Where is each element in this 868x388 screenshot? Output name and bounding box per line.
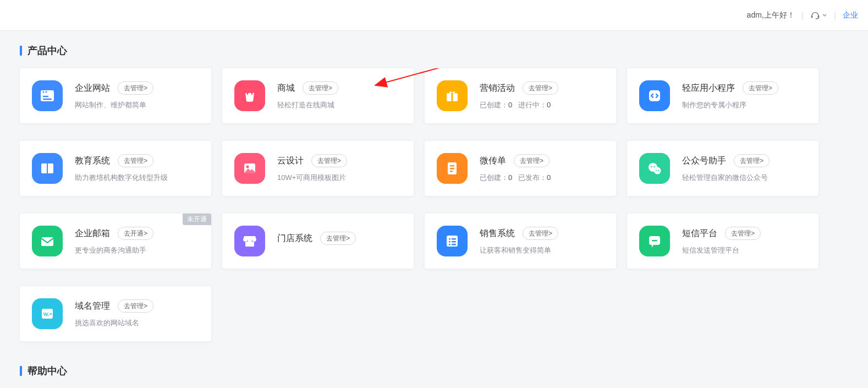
- svg-rect-38: [818, 15, 820, 18]
- manage-button-marketing[interactable]: 去管理>: [523, 81, 558, 95]
- card-body: 域名管理去管理>挑选喜欢的网站域名: [75, 299, 199, 328]
- page-icon: [437, 153, 468, 184]
- mail-icon: [32, 226, 63, 256]
- card-body: 营销活动去管理>已创建：0 进行中：0: [480, 81, 604, 110]
- card-subtitle: 10W+可商用模板图片: [277, 173, 402, 183]
- card-mall[interactable]: 商城去管理>轻松打造在线商城: [222, 68, 414, 123]
- greeting-text: adm,上午好！: [747, 10, 795, 20]
- separator: |: [801, 11, 804, 20]
- badge-mail: 未开通: [183, 214, 211, 225]
- manage-button-edu[interactable]: 去管理>: [118, 154, 153, 167]
- card-marketing[interactable]: 营销活动去管理>已创建：0 进行中：0: [425, 68, 616, 123]
- card-miniapp[interactable]: 轻应用小程序去管理>制作您的专属小程序: [627, 68, 818, 123]
- stat-value: 0: [547, 101, 551, 109]
- manage-button-design[interactable]: 去管理>: [311, 154, 347, 167]
- product-grid: 企业网站去管理>网站制作、维护都简单商城去管理>轻松打造在线商城营销活动去管理>…: [20, 68, 848, 341]
- card-subtitle: 让获客和销售变得简单: [480, 245, 604, 255]
- card-title: 企业邮箱: [75, 228, 110, 239]
- store-icon: [234, 226, 265, 256]
- manage-button-leaflet[interactable]: 去管理>: [514, 154, 550, 167]
- card-title: 商城: [277, 83, 295, 94]
- card-body: 商城去管理>轻松打造在线商城: [277, 81, 402, 110]
- card-domain[interactable]: 域名管理去管理>挑选喜欢的网站域名: [20, 286, 211, 341]
- card-subtitle: 网站制作、维护都简单: [75, 100, 199, 110]
- bag-icon: [234, 80, 265, 111]
- card-title: 门店系统: [277, 233, 312, 244]
- enterprise-link[interactable]: 企业: [843, 10, 858, 20]
- card-subtitle: 挑选喜欢的网站域名: [75, 318, 199, 328]
- card-stats: 已创建：0 进行中：0: [480, 100, 604, 110]
- image-icon: [234, 153, 265, 184]
- card-body: 云设计去管理>10W+可商用模板图片: [277, 154, 402, 183]
- card-website[interactable]: 企业网站去管理>网站制作、维护都简单: [20, 68, 211, 123]
- separator: |: [834, 11, 836, 20]
- card-subtitle: 制作您的专属小程序: [682, 100, 806, 110]
- card-title: 公众号助手: [682, 155, 726, 167]
- manage-button-wechat[interactable]: 去管理>: [734, 154, 770, 167]
- section-title-help-center: 帮助中心: [20, 364, 848, 378]
- manage-button-mall[interactable]: 去管理>: [303, 81, 338, 95]
- svg-rect-37: [811, 15, 813, 18]
- card-design[interactable]: 云设计去管理>10W+可商用模板图片: [222, 141, 414, 196]
- card-body: 销售系统去管理>让获客和销售变得简单: [480, 227, 604, 255]
- manage-button-mail[interactable]: 去开通>: [118, 227, 153, 240]
- section-title-text: 产品中心: [28, 44, 67, 57]
- section-title-text: 帮助中心: [28, 364, 67, 378]
- stat-label: 已发布：: [518, 173, 547, 182]
- list-icon: [437, 226, 468, 256]
- manage-button-sales[interactable]: 去管理>: [523, 227, 558, 240]
- card-title: 教育系统: [75, 155, 110, 167]
- card-mail[interactable]: 未开通企业邮箱去开通>更专业的商务沟通助手: [20, 214, 211, 269]
- book-icon: [32, 153, 63, 184]
- swap-icon: [639, 80, 670, 111]
- browser-icon: [32, 80, 63, 111]
- card-body: 企业邮箱去开通>更专业的商务沟通助手: [75, 227, 199, 255]
- stat-label: 已创建：: [480, 173, 508, 182]
- card-title: 企业网站: [75, 83, 110, 94]
- wechat-icon: [639, 153, 670, 184]
- card-store[interactable]: 门店系统去管理>: [222, 214, 414, 269]
- card-body: 短信平台去管理>短信发送管理平台: [682, 227, 806, 255]
- card-edu[interactable]: 教育系统去管理>助力教培机构数字化转型升级: [20, 141, 211, 196]
- manage-button-website[interactable]: 去管理>: [118, 81, 153, 95]
- card-subtitle: 短信发送管理平台: [682, 245, 806, 255]
- stat-label: 进行中：: [518, 101, 547, 109]
- card-leaflet[interactable]: 微传单去管理>已创建：0 已发布：0: [425, 141, 616, 196]
- card-body: 轻应用小程序去管理>制作您的专属小程序: [682, 81, 806, 110]
- card-body: 企业网站去管理>网站制作、维护都简单: [75, 81, 199, 110]
- card-subtitle: 助力教培机构数字化转型升级: [75, 173, 199, 183]
- card-body: 门店系统去管理>: [277, 232, 402, 250]
- card-sms[interactable]: 短信平台去管理>短信发送管理平台: [627, 214, 818, 269]
- card-subtitle: 更专业的商务沟通助手: [75, 245, 199, 255]
- card-title: 轻应用小程序: [682, 83, 735, 94]
- support-icon[interactable]: [810, 10, 827, 21]
- card-body: 教育系统去管理>助力教培机构数字化转型升级: [75, 154, 199, 183]
- card-stats: 已创建：0 已发布：0: [480, 173, 604, 183]
- card-body: 公众号助手去管理>轻松管理自家的微信公众号: [682, 154, 806, 183]
- manage-button-sms[interactable]: 去管理>: [725, 227, 761, 240]
- section-title-product-center: 产品中心: [20, 44, 848, 57]
- card-title: 营销活动: [480, 83, 515, 94]
- domain-icon: [32, 298, 63, 329]
- stat-label: 已创建：: [480, 101, 508, 109]
- topbar: adm,上午好！ | | 企业: [0, 0, 868, 31]
- card-wechat[interactable]: 公众号助手去管理>轻松管理自家的微信公众号: [627, 141, 818, 196]
- card-subtitle: 轻松打造在线商城: [277, 100, 402, 110]
- card-title: 云设计: [277, 155, 304, 167]
- card-title: 短信平台: [682, 228, 717, 239]
- card-title: 域名管理: [75, 300, 110, 312]
- card-sales[interactable]: 销售系统去管理>让获客和销售变得简单: [425, 214, 616, 269]
- chat-icon: [639, 226, 670, 256]
- gift-icon: [437, 80, 468, 111]
- manage-button-miniapp[interactable]: 去管理>: [743, 81, 778, 95]
- card-subtitle: 轻松管理自家的微信公众号: [682, 173, 806, 183]
- card-body: 微传单去管理>已创建：0 已发布：0: [480, 154, 604, 183]
- card-title: 微传单: [480, 155, 506, 167]
- stat-value: 0: [547, 173, 551, 182]
- manage-button-domain[interactable]: 去管理>: [118, 299, 153, 313]
- manage-button-store[interactable]: 去管理>: [320, 232, 356, 245]
- card-title: 销售系统: [480, 228, 515, 239]
